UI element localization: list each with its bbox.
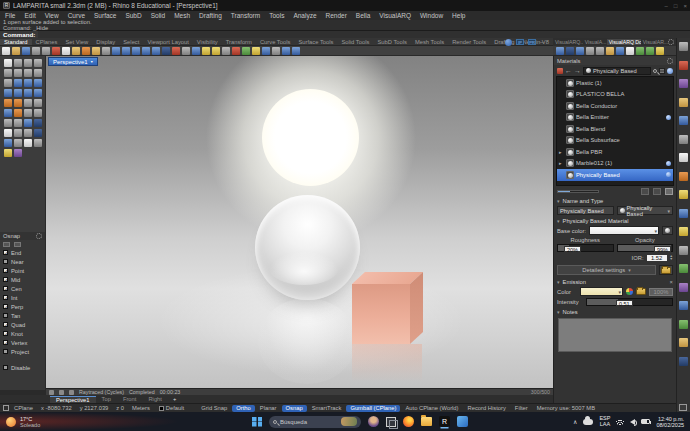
va-door-icon[interactable]	[606, 47, 614, 55]
menu-item[interactable]: Edit	[24, 12, 35, 19]
move-tool-icon[interactable]	[24, 109, 32, 117]
copy-tool-icon[interactable]	[34, 109, 42, 117]
panel-tab[interactable]: VisualAR...	[641, 39, 668, 45]
menu-item[interactable]: Tools	[269, 12, 284, 19]
osnap-checkbox-row[interactable]: Perp	[0, 302, 45, 311]
color-wheel-icon[interactable]	[626, 288, 633, 295]
material-item[interactable]: ▸ Plastic (1)	[557, 77, 673, 89]
expander-icon[interactable]: ▸	[559, 149, 564, 155]
panel-gear-icon[interactable]	[679, 42, 688, 51]
toolbar-tab[interactable]: Select	[119, 39, 143, 45]
sync-sphere-icon[interactable]	[667, 68, 673, 74]
va-house-icon[interactable]	[626, 47, 634, 55]
toolbar-tab[interactable]: Viewport Layout	[143, 39, 192, 45]
circle-tool-icon[interactable]	[14, 69, 22, 77]
toolbar-tab[interactable]: Set View	[61, 39, 92, 45]
panel-tab[interactable]: VisualARQ Doc...	[607, 39, 641, 45]
emission-color-swatch[interactable]: ▾	[580, 287, 623, 296]
text-panel-icon[interactable]	[679, 153, 688, 162]
status-checkbox-icon[interactable]	[3, 405, 9, 411]
checkbox[interactable]	[3, 295, 8, 300]
menu-item[interactable]: SubD	[125, 12, 141, 19]
checkbox[interactable]	[3, 313, 8, 318]
panel-tab[interactable]: VisualARQ..	[553, 39, 583, 45]
lock-icon[interactable]	[59, 390, 64, 395]
check-tool-icon[interactable]	[24, 139, 32, 147]
minimize-button[interactable]: –	[665, 3, 668, 9]
viewport-tab[interactable]: Top	[96, 396, 117, 403]
va-table-icon[interactable]	[656, 47, 664, 55]
command-input[interactable]	[38, 31, 690, 38]
material-tool-icon[interactable]	[14, 149, 22, 157]
checkbox[interactable]	[3, 340, 8, 345]
menu-item[interactable]: Solid	[151, 12, 165, 19]
text-tool-icon[interactable]	[4, 129, 12, 137]
new-viewport-button[interactable]: +	[169, 396, 180, 402]
select-tool-icon[interactable]	[14, 59, 22, 67]
explode-tool-icon[interactable]	[14, 109, 22, 117]
render-sphere-icon[interactable]	[505, 39, 512, 46]
menu-item[interactable]: Mesh	[174, 12, 190, 19]
notes-section[interactable]: ▾ Notes	[554, 307, 676, 316]
osnap-checkbox-row[interactable]: Knot	[0, 329, 45, 338]
expander-icon[interactable]: ▸	[559, 160, 564, 166]
osnap-tab1-icon[interactable]	[3, 242, 10, 247]
play-icon[interactable]	[69, 390, 74, 395]
menu-item[interactable]: File	[5, 12, 15, 19]
menu-item[interactable]: Help	[452, 12, 465, 19]
hatch-tool-icon[interactable]	[34, 129, 42, 137]
array-tool-icon[interactable]	[34, 119, 42, 127]
va-orbit-icon[interactable]	[566, 47, 574, 55]
material-search-input[interactable]: Physically Based	[583, 67, 651, 75]
materials-gear-icon[interactable]	[667, 58, 673, 64]
material-item[interactable]: ▸ Bella Emitter	[557, 112, 673, 124]
taskbar-search-input[interactable]: Búsqueda	[269, 416, 361, 428]
open-file-icon[interactable]	[12, 47, 20, 55]
menu-item[interactable]: Surface	[94, 12, 116, 19]
grid-panel-icon[interactable]	[679, 135, 688, 144]
emission-strength-button[interactable]: 100%	[649, 288, 673, 296]
rotate-view-icon[interactable]	[152, 47, 160, 55]
remove-emission-icon[interactable]: ×	[670, 279, 673, 285]
material-item[interactable]: ▸ Bella Blend	[557, 123, 673, 135]
cylinder-tool-icon[interactable]	[24, 89, 32, 97]
status-toggle[interactable]: Filter	[511, 405, 532, 412]
layer-cell[interactable]: Default	[155, 405, 188, 411]
split-tool-icon[interactable]	[34, 99, 42, 107]
toolbar-tab[interactable]: Standard	[0, 39, 32, 45]
pan-icon[interactable]	[92, 47, 100, 55]
viewport-tab[interactable]: Right	[142, 396, 168, 403]
osnap-checkbox-row[interactable]: Mid	[0, 275, 45, 284]
join-tool-icon[interactable]	[4, 109, 12, 117]
detail-view-button[interactable]	[665, 188, 673, 195]
osnap-gear-icon[interactable]	[36, 233, 42, 239]
material-type-dropdown[interactable]: Physically Based ▾	[617, 206, 674, 215]
panel-corner-icon[interactable]	[679, 404, 687, 411]
open-folder-button[interactable]	[659, 265, 673, 275]
checkbox[interactable]	[3, 304, 8, 309]
viewport[interactable]: Perspective1 ▾	[46, 56, 553, 388]
material-item[interactable]: ▸ PLASTICO BELLA	[557, 89, 673, 101]
hide-icon[interactable]	[172, 47, 180, 55]
status-cell[interactable]: x -8080.732	[37, 405, 76, 411]
grid-view-button[interactable]	[641, 188, 649, 195]
checkbox[interactable]	[3, 349, 8, 354]
base-color-swatch[interactable]: ▾	[589, 226, 659, 235]
toolbar-tab[interactable]: Mesh Tools	[411, 39, 448, 45]
material-item[interactable]: ▸ Bella Conductor	[557, 100, 673, 112]
viewport-title-tab[interactable]: Perspective1 ▾	[48, 57, 98, 66]
intensity-slider[interactable]: 0.51	[586, 298, 673, 306]
material-item[interactable]: ▸ Bella PBR	[557, 146, 673, 158]
add-icon[interactable]	[679, 264, 688, 273]
osnap-tab2-icon[interactable]	[14, 242, 21, 247]
detailed-settings-button[interactable]: Detailed settings ▾	[557, 265, 656, 275]
checkbox[interactable]	[3, 322, 8, 327]
blue-panel-icon[interactable]	[679, 357, 688, 366]
render-preview-icon[interactable]	[242, 47, 250, 55]
save-icon[interactable]	[22, 47, 30, 55]
viewport-tab[interactable]: Front	[117, 396, 143, 403]
maximize-button[interactable]: □	[674, 3, 678, 9]
sweep-tool-icon[interactable]	[34, 79, 42, 87]
close-button[interactable]: ×	[683, 3, 687, 9]
pen-icon[interactable]	[679, 190, 688, 199]
